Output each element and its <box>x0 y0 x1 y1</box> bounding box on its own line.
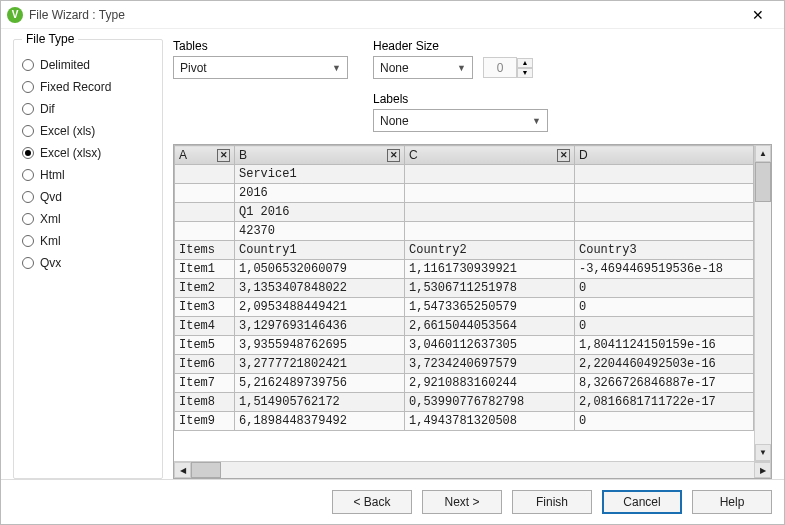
help-button[interactable]: Help <box>692 490 772 514</box>
table-cell[interactable]: 3,0460112637305 <box>405 336 575 355</box>
table-cell[interactable]: 3,2777721802421 <box>235 355 405 374</box>
column-header-a[interactable]: A✕ <box>175 146 235 165</box>
table-cell[interactable]: 2,2204460492503e-16 <box>575 355 754 374</box>
filetype-radio-qvd[interactable]: Qvd <box>22 186 154 208</box>
table-cell[interactable]: Items <box>175 241 235 260</box>
header-size-select[interactable]: None ▼ <box>373 56 473 79</box>
filetype-radio-excel-xlsx-[interactable]: Excel (xlsx) <box>22 142 154 164</box>
column-header-b[interactable]: B✕ <box>235 146 405 165</box>
table-cell[interactable]: Item6 <box>175 355 235 374</box>
spinner-down-icon[interactable]: ▼ <box>517 68 533 78</box>
table-cell[interactable]: 2016 <box>235 184 405 203</box>
table-cell[interactable] <box>575 222 754 241</box>
table-row[interactable]: Item96,18984483794921,49437813205080 <box>175 412 754 431</box>
table-cell[interactable]: Item2 <box>175 279 235 298</box>
column-header-d[interactable]: D <box>575 146 754 165</box>
table-cell[interactable]: 1,0506532060079 <box>235 260 405 279</box>
table-cell[interactable]: 1,1161730939921 <box>405 260 575 279</box>
scroll-left-icon[interactable]: ◀ <box>174 462 191 478</box>
next-button[interactable]: Next > <box>422 490 502 514</box>
finish-button[interactable]: Finish <box>512 490 592 514</box>
table-cell[interactable]: Item5 <box>175 336 235 355</box>
filetype-radio-fixed-record[interactable]: Fixed Record <box>22 76 154 98</box>
table-cell[interactable] <box>175 184 235 203</box>
scroll-down-icon[interactable]: ▼ <box>755 444 771 461</box>
table-cell[interactable]: Item8 <box>175 393 235 412</box>
table-cell[interactable] <box>175 165 235 184</box>
table-row[interactable]: Item43,12976931464362,66150440535640 <box>175 317 754 336</box>
table-cell[interactable]: Item1 <box>175 260 235 279</box>
scroll-thumb[interactable] <box>755 162 771 202</box>
filetype-radio-delimited[interactable]: Delimited <box>22 54 154 76</box>
column-close-icon[interactable]: ✕ <box>387 149 400 162</box>
table-cell[interactable]: 0 <box>575 317 754 336</box>
table-cell[interactable]: Country1 <box>235 241 405 260</box>
table-cell[interactable]: 5,2162489739756 <box>235 374 405 393</box>
table-cell[interactable] <box>405 184 575 203</box>
table-cell[interactable]: Country2 <box>405 241 575 260</box>
table-cell[interactable]: 3,1297693146436 <box>235 317 405 336</box>
table-row[interactable]: Item53,93559487626953,04601126373051,804… <box>175 336 754 355</box>
table-cell[interactable]: 1,5473365250579 <box>405 298 575 317</box>
table-cell[interactable]: 3,7234240697579 <box>405 355 575 374</box>
table-cell[interactable]: 42370 <box>235 222 405 241</box>
column-close-icon[interactable]: ✕ <box>557 149 570 162</box>
table-cell[interactable] <box>405 165 575 184</box>
table-cell[interactable]: Item7 <box>175 374 235 393</box>
table-cell[interactable]: 2,0953488449421 <box>235 298 405 317</box>
table-cell[interactable]: 2,9210883160244 <box>405 374 575 393</box>
table-cell[interactable]: 2,6615044053564 <box>405 317 575 336</box>
table-cell[interactable]: 1,4943781320508 <box>405 412 575 431</box>
filetype-radio-excel-xls-[interactable]: Excel (xls) <box>22 120 154 142</box>
table-row[interactable]: Service1 <box>175 165 754 184</box>
scroll-up-icon[interactable]: ▲ <box>755 145 771 162</box>
table-cell[interactable] <box>575 184 754 203</box>
spinner-up-icon[interactable]: ▲ <box>517 58 533 68</box>
table-cell[interactable]: 1,5306711251978 <box>405 279 575 298</box>
table-row[interactable]: Item63,27777218024213,72342406975792,220… <box>175 355 754 374</box>
table-cell[interactable]: -3,4694469519536e-18 <box>575 260 754 279</box>
table-cell[interactable] <box>575 165 754 184</box>
tables-select[interactable]: Pivot ▼ <box>173 56 348 79</box>
table-cell[interactable]: Item3 <box>175 298 235 317</box>
table-cell[interactable]: 2,0816681711722e-17 <box>575 393 754 412</box>
table-cell[interactable]: Country3 <box>575 241 754 260</box>
table-cell[interactable]: 0 <box>575 279 754 298</box>
vertical-scrollbar[interactable]: ▲ ▼ <box>754 145 771 461</box>
table-cell[interactable]: 1,8041124150159e-16 <box>575 336 754 355</box>
horizontal-scrollbar[interactable]: ◀ ▶ <box>174 461 771 478</box>
table-row[interactable]: 2016 <box>175 184 754 203</box>
table-row[interactable]: Item32,09534884494211,54733652505790 <box>175 298 754 317</box>
table-cell[interactable]: Q1 2016 <box>235 203 405 222</box>
table-cell[interactable] <box>575 203 754 222</box>
filetype-radio-qvx[interactable]: Qvx <box>22 252 154 274</box>
table-row[interactable]: Item81,5149057621720,539907767827982,081… <box>175 393 754 412</box>
table-row[interactable]: Item11,05065320600791,1161730939921-3,46… <box>175 260 754 279</box>
table-cell[interactable]: 3,1353407848022 <box>235 279 405 298</box>
close-icon[interactable]: ✕ <box>738 1 778 29</box>
filetype-radio-kml[interactable]: Kml <box>22 230 154 252</box>
table-row[interactable]: ItemsCountry1Country2Country3 <box>175 241 754 260</box>
table-cell[interactable]: 3,9355948762695 <box>235 336 405 355</box>
table-cell[interactable]: 8,3266726846887e-17 <box>575 374 754 393</box>
column-header-c[interactable]: C✕ <box>405 146 575 165</box>
table-row[interactable]: Item23,13534078480221,53067112519780 <box>175 279 754 298</box>
table-cell[interactable] <box>405 203 575 222</box>
table-cell[interactable]: 1,514905762172 <box>235 393 405 412</box>
table-cell[interactable]: Item4 <box>175 317 235 336</box>
header-size-spinner[interactable]: ▲ ▼ <box>483 57 533 78</box>
table-row[interactable]: Item75,21624897397562,92108831602448,326… <box>175 374 754 393</box>
filetype-radio-html[interactable]: Html <box>22 164 154 186</box>
table-cell[interactable]: Item9 <box>175 412 235 431</box>
table-cell[interactable] <box>175 222 235 241</box>
table-cell[interactable] <box>405 222 575 241</box>
table-row[interactable]: Q1 2016 <box>175 203 754 222</box>
header-size-spinner-input[interactable] <box>483 57 517 78</box>
table-cell[interactable]: Service1 <box>235 165 405 184</box>
filetype-radio-xml[interactable]: Xml <box>22 208 154 230</box>
labels-select[interactable]: None ▼ <box>373 109 548 132</box>
back-button[interactable]: < Back <box>332 490 412 514</box>
column-close-icon[interactable]: ✕ <box>217 149 230 162</box>
cancel-button[interactable]: Cancel <box>602 490 682 514</box>
scroll-right-icon[interactable]: ▶ <box>754 462 771 478</box>
